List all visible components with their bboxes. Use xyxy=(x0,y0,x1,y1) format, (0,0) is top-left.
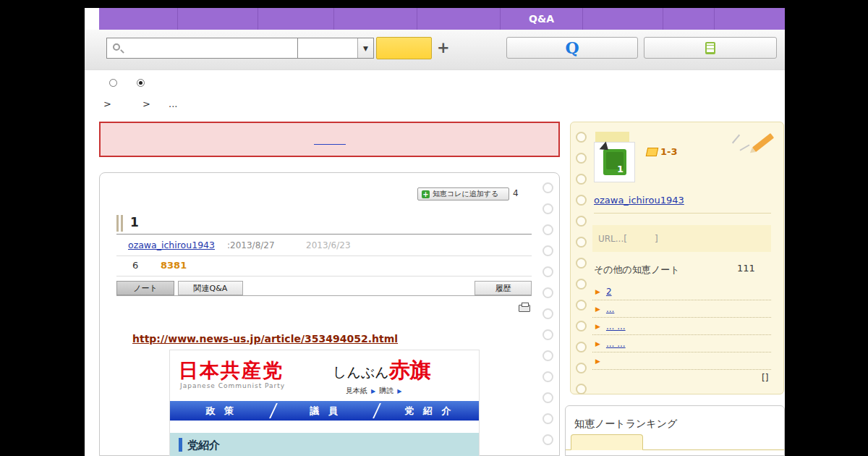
embed-nav-item[interactable]: 政 策 xyxy=(170,401,273,421)
binder-hole xyxy=(576,174,587,185)
breadcrumb-separator: > xyxy=(142,98,150,109)
triangle-icon: ▶ xyxy=(397,388,401,394)
print-icon[interactable] xyxy=(519,305,530,312)
divider xyxy=(116,276,532,276)
chiebukuro-logo-icon: Q xyxy=(565,38,579,57)
tab-note[interactable]: ノート xyxy=(116,281,174,295)
radio-option-1[interactable] xyxy=(109,79,117,87)
note-link[interactable]: 2 xyxy=(606,287,612,297)
note-link[interactable]: ... xyxy=(606,304,614,314)
embedded-screenshot: 日本共産党 Japanese Communist Party しんぶん 赤旗 見… xyxy=(169,350,480,456)
binder-hole xyxy=(542,392,553,403)
stat-count: 6 xyxy=(132,260,138,271)
binder-hole xyxy=(576,321,587,332)
pages-label: 1-3 xyxy=(647,146,678,157)
binder-hole xyxy=(542,266,553,277)
notes-service-button[interactable] xyxy=(644,37,777,59)
divider xyxy=(116,234,532,235)
breadcrumb-separator: > xyxy=(103,98,111,109)
binder-hole xyxy=(542,434,553,445)
collection-count: 4 xyxy=(513,188,519,198)
note-list-item: ▶... ... xyxy=(592,318,771,335)
triangle-icon: ▶ xyxy=(595,323,600,330)
ranking-active-tab[interactable] xyxy=(571,434,643,450)
binder-hole xyxy=(576,279,587,290)
embed-nav-item[interactable]: 党 紹 介 xyxy=(378,401,480,421)
nav-tab-4[interactable] xyxy=(334,8,417,30)
nav-tab-9[interactable] xyxy=(715,8,784,30)
add-to-collection-button[interactable]: + 知恵コレに追加する xyxy=(417,187,509,200)
date-registered: :2013/8/27 xyxy=(227,240,275,250)
binder-hole xyxy=(542,182,553,193)
nav-tab-2[interactable] xyxy=(178,8,258,30)
radio-option-2[interactable] xyxy=(137,79,145,87)
binder-hole xyxy=(576,216,587,227)
notebook-icon xyxy=(705,42,715,54)
triangle-icon: ▶ xyxy=(595,358,600,365)
triangle-icon: ▶ xyxy=(595,305,600,313)
sparkle-line xyxy=(732,135,740,144)
article-link[interactable]: http://www.news-us.jp/article/353494052.… xyxy=(132,333,398,345)
note-link[interactable]: ... ... xyxy=(606,321,626,332)
note-link[interactable]: ... ... xyxy=(606,339,626,349)
ranking-card: 知恵ノートランキング xyxy=(565,405,785,456)
nav-tab-7[interactable] xyxy=(583,8,663,30)
book-number: 1 xyxy=(617,164,624,174)
profile-username-link[interactable]: ozawa_ichirou1943 xyxy=(594,195,684,206)
other-notes-count: 111 xyxy=(737,263,755,274)
nav-tab-8[interactable] xyxy=(663,8,715,30)
profile-url-text: URL...[ ] xyxy=(598,234,658,244)
nav-tab-1[interactable] xyxy=(99,8,178,30)
view-count: 8381 xyxy=(161,260,187,271)
note-tabs: ノート 関連Q&A 履歴 xyxy=(116,281,532,296)
plus-icon[interactable]: + xyxy=(437,39,450,56)
divider xyxy=(116,256,532,256)
binder-hole xyxy=(542,203,553,214)
plus-icon: + xyxy=(422,190,430,198)
profile-note-list: ▶2▶...▶... ...▶... ...▶ xyxy=(592,283,771,370)
profile-footer: [] xyxy=(762,373,768,383)
chevron-down-icon[interactable]: ▼ xyxy=(357,38,373,58)
date-updated: 2013/6/23 xyxy=(306,240,351,250)
binder-hole xyxy=(576,384,587,394)
pencil-icon xyxy=(752,133,774,152)
note-list-item: ▶... xyxy=(592,300,771,318)
binder-hole xyxy=(542,350,553,361)
nav-tab-6[interactable]: Q&A xyxy=(501,8,583,30)
embed-nav-item[interactable]: 議 員 xyxy=(274,401,377,421)
search-category-select[interactable]: ▼ xyxy=(298,38,374,59)
nav-tab-3[interactable] xyxy=(258,8,334,30)
search-input[interactable] xyxy=(106,38,298,59)
binder-hole xyxy=(576,363,587,373)
section-bar xyxy=(179,438,182,452)
qa-service-button[interactable]: Q xyxy=(506,37,638,59)
note-title: 1 xyxy=(130,215,139,229)
binder-hole xyxy=(542,245,553,256)
akahata-name: 赤旗 xyxy=(389,356,431,385)
note-list-item: ▶... ... xyxy=(592,335,771,352)
jcp-logo-text: 日本共産党 xyxy=(179,358,284,384)
search-button[interactable] xyxy=(376,37,432,59)
triangle-icon: ▶ xyxy=(595,340,600,347)
binder-hole xyxy=(542,308,553,319)
tab-history[interactable]: 履歴 xyxy=(475,281,532,295)
binder-hole xyxy=(542,413,553,424)
alert-banner xyxy=(99,122,560,157)
nav-tab-5[interactable] xyxy=(417,8,501,30)
embed-gap xyxy=(170,421,480,433)
author-link[interactable]: ozawa_ichirou1943 xyxy=(128,240,215,250)
search-icon xyxy=(113,43,120,51)
triangle-icon: ▶ xyxy=(595,288,600,295)
tab-related-qa[interactable]: 関連Q&A xyxy=(178,281,243,295)
profile-url-box: URL...[ ] xyxy=(592,225,771,252)
note-card: + 知恵コレに追加する 4 1 ozawa_ichirou1943 :2013/… xyxy=(99,172,560,456)
binder-hole xyxy=(576,342,587,352)
page: Q&A ▼ + Q > > ... + 知恵コレに追加する xyxy=(85,8,785,456)
sample-paper-link[interactable]: 見本紙 xyxy=(346,386,367,396)
binder-hole xyxy=(542,371,553,382)
subscribe-link[interactable]: 購読 xyxy=(379,386,393,396)
binder-hole xyxy=(576,153,587,164)
alert-link[interactable] xyxy=(314,134,346,145)
book-icon: 1 xyxy=(603,149,626,175)
profile-card: 1 1-3 ozawa_ichirou1943 URL...[ ] その他の知恵… xyxy=(570,122,784,394)
